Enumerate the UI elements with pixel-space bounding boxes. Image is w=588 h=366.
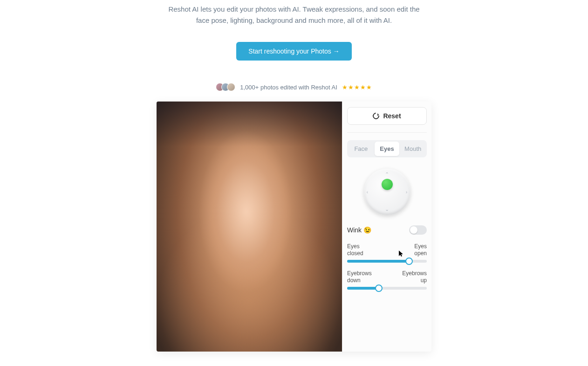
photo-portrait-placeholder: [157, 102, 342, 352]
slider-fill: [347, 260, 409, 263]
subtitle-line-1: Reshot AI lets you edit your photos with…: [168, 5, 419, 13]
chevron-right-icon: ›: [406, 189, 408, 195]
reset-label: Reset: [383, 112, 401, 120]
eyes-open-slider-group: Eyes closed Eyes open: [347, 242, 427, 263]
editor-frame: Reset Face Eyes Mouth ⌃ ⌄ ‹ › Wink 😉: [157, 102, 431, 352]
photo-preview: [157, 102, 342, 352]
rating-stars-icon: ★★★★★: [342, 84, 372, 91]
tabs: Face Eyes Mouth: [347, 140, 427, 157]
slider-thumb[interactable]: [375, 285, 383, 292]
slider-fill: [347, 287, 379, 290]
tab-eyes[interactable]: Eyes: [375, 142, 400, 156]
reset-button[interactable]: Reset: [347, 107, 427, 125]
joystick-thumb[interactable]: [382, 179, 393, 190]
wink-toggle[interactable]: [409, 225, 427, 235]
eyes-open-slider[interactable]: [347, 260, 427, 263]
wink-label: Wink 😉: [347, 226, 371, 234]
avatar-stack: [216, 83, 235, 91]
slider-label-left: Eyebrows down: [347, 270, 372, 284]
eyebrows-slider-group: Eyebrows down Eyebrows up: [347, 269, 427, 290]
tab-face[interactable]: Face: [349, 142, 374, 156]
tab-mouth[interactable]: Mouth: [400, 142, 425, 156]
subtitle-line-2: face pose, lighting, background and much…: [196, 16, 392, 24]
chevron-left-icon: ‹: [367, 189, 369, 195]
divider: [347, 132, 427, 133]
slider-label-right: Eyebrows up: [402, 270, 427, 284]
reset-icon: [372, 111, 381, 121]
slider-label-left: Eyes closed: [347, 243, 363, 257]
controls-panel: Reset Face Eyes Mouth ⌃ ⌄ ‹ › Wink 😉: [342, 102, 431, 352]
social-proof-text: 1,000+ photos edited with Reshot AI: [240, 84, 337, 91]
social-proof: 1,000+ photos edited with Reshot AI ★★★★…: [216, 83, 372, 91]
avatar: [227, 83, 235, 91]
chevron-up-icon: ⌃: [385, 171, 389, 177]
cta-start-button[interactable]: Start reshooting your Photos →: [236, 42, 351, 61]
eyebrows-slider[interactable]: [347, 287, 427, 290]
wink-row: Wink 😉: [347, 224, 427, 236]
hero-subtitle: Reshot AI lets you edit your photos with…: [168, 4, 419, 26]
slider-label-right: Eyes open: [414, 243, 427, 257]
chevron-down-icon: ⌄: [385, 206, 389, 212]
joystick-wrap: ⌃ ⌄ ‹ ›: [347, 164, 427, 218]
gaze-joystick[interactable]: ⌃ ⌄ ‹ ›: [364, 169, 410, 215]
slider-thumb[interactable]: [405, 258, 413, 265]
